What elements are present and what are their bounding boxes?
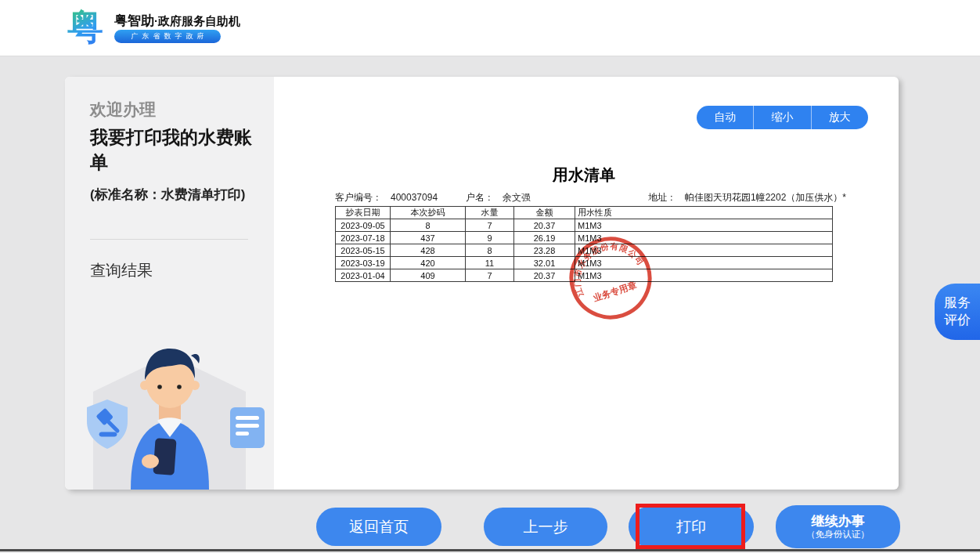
table-cell: 8 [466,244,514,257]
water-usage-table: 抄表日期本次抄码水量金额用水性质 2023-09-058720.37M1M320… [335,206,833,282]
address: 地址：帕佳图天玥花园1幢2202（加压供水）* [648,191,846,204]
document-info-row: 客户编号：400037094 户名：余文强 地址：帕佳图天玥花园1幢2202（加… [335,191,833,204]
table-row: 2023-07-18437926.19M1M3 [336,232,833,244]
continue-sublabel: （免身份认证） [776,530,900,540]
auto-fit-button[interactable]: 自动 [697,106,753,129]
customer-number: 客户编号：400037094 [335,191,438,204]
table-cell: 2023-09-05 [336,219,391,232]
screen-bottom-edge [0,549,980,551]
continue-label: 继续办事 [776,514,900,530]
document-title: 用水清单 [335,164,833,186]
print-button[interactable]: 打印 [629,507,754,547]
table-cell: 8 [391,219,466,232]
document-preview: 用水清单 客户编号：400037094 户名：余文强 地址：帕佳图天玥花园1幢2… [335,164,833,282]
column-header: 抄表日期 [336,207,391,219]
water-table-head-row: 抄表日期本次抄码水量金额用水性质 [336,207,833,219]
table-cell: 2023-05-15 [336,244,391,257]
table-cell: M1M3 [575,244,833,257]
table-cell: 7 [466,269,514,282]
table-cell: 26.19 [514,232,575,244]
table-cell: M1M3 [575,257,833,269]
previous-step-button[interactable]: 上一步 [484,508,607,546]
table-row: 2023-09-058720.37M1M3 [336,219,833,232]
account-holder: 户名：余文强 [466,191,531,204]
column-header: 金额 [514,207,575,219]
rating-tab-line1: 服务 [944,295,971,312]
brand-name: 粤智助 [114,13,154,28]
yue-logo-icon: 粤 [67,5,103,49]
service-title: 我要打印我的水费账单 [90,125,256,175]
table-row: 2023-01-04409720.37M1M3 [336,269,833,282]
table-row: 2023-03-194201132.01M1M3 [336,257,833,269]
table-cell: 11 [466,257,514,269]
table-cell: 20.37 [514,219,575,232]
rating-tab-line2: 评价 [944,312,971,329]
document-lines-icon [230,407,265,448]
column-header: 用水性质 [575,207,833,219]
table-cell: 23.28 [514,244,575,257]
table-cell: 428 [391,244,466,257]
standard-name-label: (标准名称：水费清单打印) [90,186,256,204]
table-cell: 32.01 [514,257,575,269]
brand-suffix: ·政府服务自助机 [154,14,240,27]
sidebar: 欢迎办理 我要打印我的水费账单 (标准名称：水费清单打印) 查询结果 [65,77,274,490]
table-cell: 2023-03-19 [336,257,391,269]
welcome-label: 欢迎办理 [90,99,156,121]
table-cell: 9 [466,232,514,244]
table-cell: 2023-01-04 [336,269,391,282]
table-cell: M1M3 [575,219,833,232]
table-cell: 420 [391,257,466,269]
table-cell: 409 [391,269,466,282]
table-cell: 7 [466,219,514,232]
table-cell: M1M3 [575,269,833,282]
return-home-button[interactable]: 返回首页 [316,508,441,546]
zoom-out-button[interactable]: 缩小 [753,106,810,129]
divider [90,239,248,240]
person-illustration [70,333,269,490]
zoom-in-button[interactable]: 放大 [811,106,868,129]
zoom-control-group: 自动 缩小 放大 [697,106,868,129]
stamp-center-text: 业务专用章 [591,279,638,303]
column-header: 本次抄码 [391,207,466,219]
table-cell: 2023-07-18 [336,232,391,244]
brand-subtitle-badge: 广东省数字政府 [114,30,221,43]
service-rating-tab[interactable]: 服务 评价 [935,284,980,340]
table-row: 2023-05-15428823.28M1M3 [336,244,833,257]
table-cell: 437 [391,232,466,244]
table-cell: M1M3 [575,232,833,244]
top-bar: 粤 粤智助·政府服务自助机 广东省数字政府 [0,0,980,56]
brand-title: 粤智助·政府服务自助机 [114,12,240,30]
water-table-body: 2023-09-058720.37M1M32023-07-18437926.19… [336,219,833,282]
table-cell: 20.37 [514,269,575,282]
column-header: 水量 [466,207,514,219]
continue-service-button[interactable]: 继续办事 （免身份认证） [776,505,900,548]
main-panel: 欢迎办理 我要打印我的水费账单 (标准名称：水费清单打印) 查询结果 [65,77,899,490]
query-result-label: 查询结果 [90,260,153,281]
